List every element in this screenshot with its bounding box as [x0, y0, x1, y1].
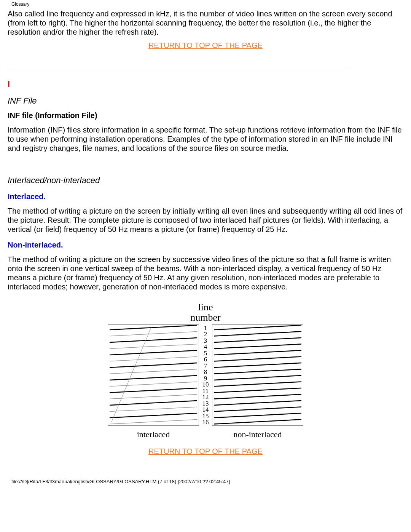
return-link-text: RETURN TO TOP OF THE PAGE: [148, 41, 263, 50]
breadcrumb: Glossary: [0, 0, 411, 7]
inf-file-heading: INF File: [8, 96, 403, 106]
svg-line-24: [214, 356, 301, 361]
svg-line-29: [214, 388, 301, 393]
diagram-title-line2: number: [190, 312, 220, 323]
svg-line-9: [110, 375, 197, 380]
svg-line-21: [214, 338, 301, 342]
svg-line-4: [110, 344, 197, 348]
footer-path: file:///D|/Rita/LF3/lf3manual/english/GL…: [0, 460, 411, 484]
svg-line-25: [214, 363, 301, 367]
svg-line-16: [110, 419, 197, 424]
svg-line-32: [214, 407, 301, 411]
svg-line-6: [110, 356, 197, 361]
svg-line-27: [214, 375, 301, 380]
svg-line-34: [214, 419, 301, 424]
interlaced-diagram: line number 12345678910111213141516: [8, 302, 403, 439]
divider: [8, 69, 348, 69]
svg-line-3: [110, 338, 197, 342]
caption-interlaced: interlaced: [108, 430, 199, 439]
svg-line-33: [214, 413, 301, 418]
return-to-top-link-2[interactable]: RETURN TO TOP OF THE PAGE: [8, 447, 403, 456]
non-interlaced-subheading: Non-interlaced.: [8, 241, 403, 249]
svg-line-13: [110, 401, 197, 405]
svg-line-28: [214, 382, 301, 386]
caption-non-interlaced: non-interlaced: [212, 430, 303, 439]
svg-line-30: [214, 394, 301, 399]
svg-line-22: [214, 344, 301, 348]
return-link-text-2: RETURN TO TOP OF THE PAGE: [148, 447, 263, 455]
svg-line-7: [110, 363, 197, 367]
interlaced-paragraph: The method of writing a picture on the s…: [8, 206, 403, 234]
svg-line-23: [214, 350, 301, 355]
svg-line-14: [110, 407, 197, 411]
interlaced-panel: [108, 323, 199, 430]
svg-line-20: [214, 331, 301, 336]
svg-line-11: [110, 388, 197, 393]
svg-line-15: [110, 413, 197, 418]
svg-line-2: [110, 331, 197, 336]
inf-file-subheading: INF file (Information File): [8, 111, 403, 120]
non-interlaced-paragraph: The method of writing a picture on the s…: [8, 255, 403, 291]
svg-line-8: [110, 369, 197, 374]
line-number-column: 12345678910111213141516: [199, 323, 212, 426]
interlaced-heading: Interlaced/non-interlaced: [8, 176, 403, 185]
inf-file-paragraph: Information (INF) files store informatio…: [8, 125, 403, 153]
svg-line-10: [110, 382, 197, 386]
intro-paragraph: Also called line frequency and expressed…: [8, 9, 403, 37]
non-interlaced-panel: [212, 323, 303, 430]
svg-line-5: [110, 350, 197, 355]
section-letter: I: [8, 79, 403, 89]
svg-line-1: [110, 325, 197, 330]
return-to-top-link-1[interactable]: RETURN TO TOP OF THE PAGE: [8, 41, 403, 50]
interlaced-subheading: Interlaced.: [8, 192, 403, 201]
svg-line-26: [214, 369, 301, 374]
svg-line-31: [214, 401, 301, 405]
svg-line-19: [214, 325, 301, 330]
diagram-title-line1: line: [198, 302, 213, 313]
